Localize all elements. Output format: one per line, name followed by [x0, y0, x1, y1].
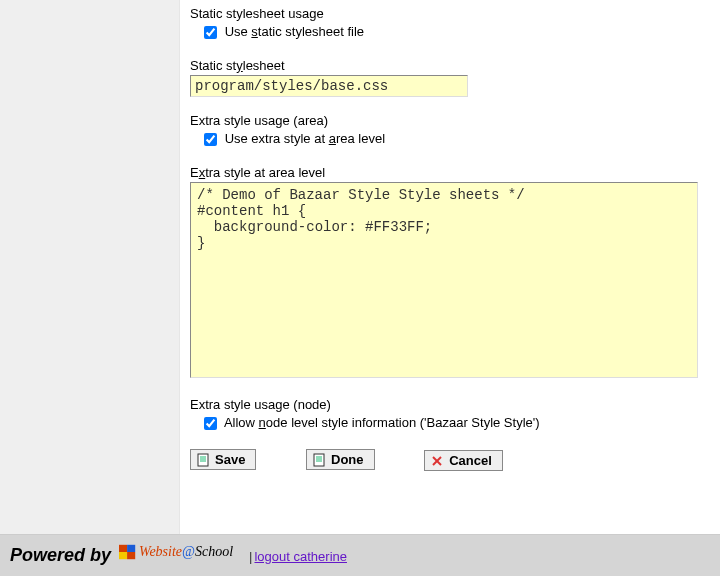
- separator: |: [249, 549, 252, 564]
- use-extra-area-label: Use extra style at area level: [225, 131, 385, 146]
- done-button[interactable]: Done: [306, 449, 375, 470]
- extra-style-area-textarea[interactable]: [190, 182, 698, 378]
- static-stylesheet-usage-group: Static stylesheet usage Use static style…: [190, 6, 708, 42]
- group-title: Extra style usage (area): [190, 113, 708, 128]
- allow-node-style-checkbox[interactable]: [204, 417, 217, 430]
- document-icon: [313, 453, 325, 467]
- button-label: Cancel: [449, 453, 492, 468]
- button-row: Save Done Cancel: [190, 449, 708, 471]
- svg-rect-0: [198, 454, 208, 466]
- use-extra-area-checkbox[interactable]: [204, 133, 217, 146]
- extra-style-area-usage-group: Extra style usage (area) Use extra style…: [190, 113, 708, 149]
- svg-rect-13: [127, 552, 135, 559]
- websiteatschool-logo: Website@School: [117, 543, 233, 561]
- logout-link[interactable]: logout catherine: [254, 549, 347, 564]
- footer: Powered by Website@School | logout cathe…: [0, 534, 720, 576]
- svg-rect-4: [314, 454, 324, 466]
- group-title: Static stylesheet: [190, 58, 708, 73]
- sidebar: [0, 0, 180, 534]
- extra-style-area-group: Extra style at area level: [190, 165, 708, 381]
- svg-rect-11: [127, 545, 135, 552]
- powered-by-label: Powered by: [10, 545, 111, 566]
- static-stylesheet-input[interactable]: [190, 75, 468, 97]
- cancel-button[interactable]: Cancel: [424, 450, 503, 471]
- save-button[interactable]: Save: [190, 449, 256, 470]
- button-label: Done: [331, 452, 364, 467]
- cancel-icon: [431, 455, 443, 467]
- button-label: Save: [215, 452, 245, 467]
- document-icon: [197, 453, 209, 467]
- allow-node-style-label: Allow node level style information ('Baz…: [224, 415, 540, 430]
- puzzle-icon: [117, 543, 139, 561]
- static-stylesheet-group: Static stylesheet: [190, 58, 708, 97]
- main-content: Static stylesheet usage Use static style…: [180, 0, 720, 534]
- group-title: Static stylesheet usage: [190, 6, 708, 21]
- svg-rect-10: [119, 545, 127, 552]
- group-title: Extra style at area level: [190, 165, 708, 180]
- extra-style-node-usage-group: Extra style usage (node) Allow node leve…: [190, 397, 708, 433]
- svg-rect-12: [119, 552, 127, 559]
- group-title: Extra style usage (node): [190, 397, 708, 412]
- use-static-stylesheet-label: Use static stylesheet file: [225, 24, 364, 39]
- use-static-stylesheet-checkbox[interactable]: [204, 26, 217, 39]
